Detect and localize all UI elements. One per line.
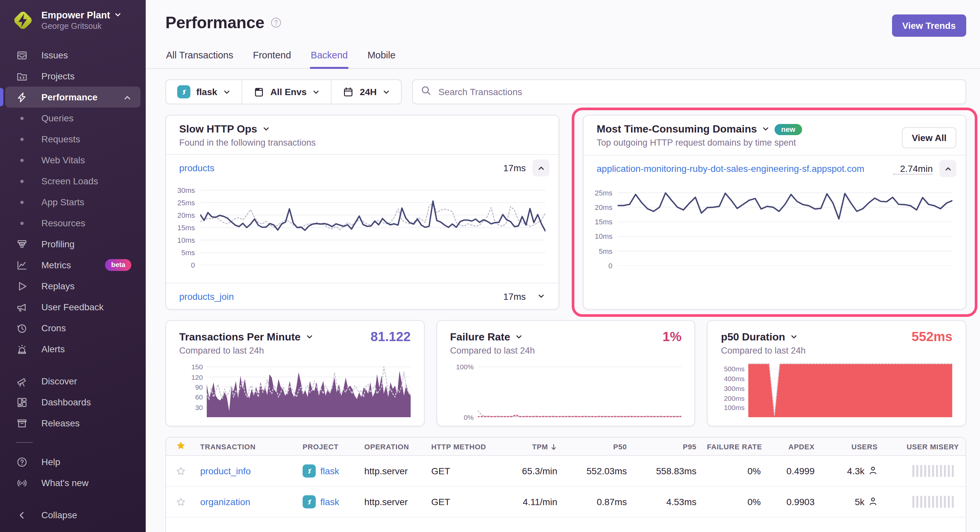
p50-title[interactable]: p50 Duration bbox=[721, 331, 798, 343]
sidebar-item-replays[interactable]: Replays bbox=[5, 276, 140, 297]
sidebar-item-crons[interactable]: Crons bbox=[5, 318, 140, 338]
transaction-link-products-join[interactable]: products_join bbox=[179, 291, 234, 302]
sidebar-item-help[interactable]: Help bbox=[5, 451, 140, 472]
sidebar-item-discover[interactable]: Discover bbox=[5, 371, 140, 392]
col-p50[interactable]: P50 bbox=[563, 443, 632, 450]
failure-rate-subtitle: Compared to last 24h bbox=[450, 346, 681, 356]
project-link[interactable]: flask bbox=[320, 466, 339, 476]
transaction-duration: 17ms bbox=[497, 163, 526, 173]
plot-area bbox=[618, 188, 953, 266]
project-filter[interactable]: flask bbox=[166, 80, 242, 104]
sidebar-item-resources[interactable]: Resources bbox=[5, 213, 140, 233]
view-trends-button[interactable]: View Trends bbox=[892, 14, 966, 37]
transaction-link[interactable]: product_info bbox=[200, 466, 251, 476]
failure-rate-title[interactable]: Failure Rate bbox=[450, 331, 522, 343]
apdex-cell: 0.4999 bbox=[766, 466, 820, 476]
p95-cell: 558.83ms bbox=[632, 466, 702, 476]
col-tpm[interactable]: TPM bbox=[487, 443, 563, 450]
domains-subtitle: Top outgoing HTTP request domains by tim… bbox=[597, 138, 902, 148]
help-icon[interactable] bbox=[270, 17, 281, 30]
window-icon bbox=[253, 86, 264, 97]
domain-link[interactable]: application-monitoring-ruby-dot-sales-en… bbox=[597, 164, 864, 174]
transaction-expand-row: products 17ms bbox=[166, 155, 558, 181]
chevron-up-icon bbox=[123, 93, 131, 101]
col-project[interactable]: PROJECT bbox=[298, 443, 359, 450]
p50-value: 552ms bbox=[912, 329, 953, 345]
search-icon bbox=[421, 85, 431, 98]
projects-icon bbox=[16, 70, 27, 82]
org-switcher[interactable]: Empower Plant George Gritsouk bbox=[0, 0, 146, 38]
environment-filter[interactable]: All Envs bbox=[242, 80, 331, 104]
sidebar-item-queries[interactable]: Queries bbox=[5, 108, 140, 129]
p95-cell: 4.53ms bbox=[632, 497, 702, 507]
sidebar-item-profiling[interactable]: Profiling bbox=[5, 233, 140, 254]
flask-project-icon bbox=[302, 464, 316, 478]
bullet-icon bbox=[16, 112, 27, 124]
http-method-cell: GET bbox=[426, 466, 487, 476]
col-failure-rate[interactable]: FAILURE RATE bbox=[702, 443, 766, 450]
col-http-method[interactable]: HTTP METHOD bbox=[426, 443, 487, 450]
transaction-link[interactable]: organization bbox=[200, 497, 250, 507]
favorite-star-icon[interactable] bbox=[176, 497, 185, 507]
tab-bar: All Transactions Frontend Backend Mobile bbox=[146, 47, 980, 69]
sidebar-item-issues[interactable]: Issues bbox=[5, 44, 140, 66]
slow-http-ops-title[interactable]: Slow HTTP Ops bbox=[179, 123, 549, 135]
sidebar-item-performance[interactable]: Performance bbox=[5, 87, 140, 108]
plot-area bbox=[749, 361, 953, 417]
col-transaction[interactable]: TRANSACTION bbox=[195, 443, 298, 450]
transaction-link-products[interactable]: products bbox=[179, 163, 214, 173]
table-row bbox=[166, 518, 966, 532]
chevron-down-icon bbox=[262, 123, 270, 135]
sidebar-item-collapse[interactable]: Collapse bbox=[5, 505, 140, 526]
tpm-cell: 65.3/min bbox=[487, 466, 563, 476]
sidebar-item-alerts[interactable]: Alerts bbox=[5, 338, 140, 359]
favorite-star-icon[interactable] bbox=[176, 466, 185, 476]
project-link[interactable]: flask bbox=[320, 497, 339, 507]
collapse-row-button[interactable] bbox=[939, 160, 956, 177]
col-operation[interactable]: OPERATION bbox=[359, 443, 426, 450]
sidebar-nav: IssuesProjectsPerformanceQueriesRequests… bbox=[0, 44, 146, 505]
sidebar-item-screen-loads[interactable]: Screen Loads bbox=[5, 171, 140, 192]
sidebar-item-web-vitals[interactable]: Web Vitals bbox=[5, 149, 140, 171]
col-user-misery[interactable]: USER MISERY bbox=[883, 443, 966, 450]
failure-rate-chart: 100%0% bbox=[450, 361, 681, 417]
project-filter-value: flask bbox=[196, 87, 217, 97]
tab-backend[interactable]: Backend bbox=[310, 47, 348, 68]
tab-mobile[interactable]: Mobile bbox=[367, 47, 396, 68]
search-transactions-input[interactable] bbox=[437, 86, 958, 98]
date-range-filter[interactable]: 24H bbox=[331, 80, 401, 104]
col-users[interactable]: USERS bbox=[820, 443, 883, 450]
col-apdex[interactable]: APDEX bbox=[766, 443, 820, 450]
sidebar-item-projects[interactable]: Projects bbox=[5, 66, 140, 87]
sort-arrow-down-icon bbox=[550, 443, 557, 450]
col-p95[interactable]: P95 bbox=[632, 443, 702, 450]
favorite-star-icon[interactable] bbox=[166, 441, 195, 452]
y-axis-labels: 500ms400ms300ms200ms100ms bbox=[721, 361, 749, 417]
sidebar-item-requests[interactable]: Requests bbox=[5, 129, 140, 149]
domains-title[interactable]: Most Time-Consuming Domains new bbox=[597, 123, 902, 135]
table-body: product_infoflaskhttp.serverGET65.3/min5… bbox=[166, 456, 966, 532]
sidebar-divider bbox=[16, 442, 33, 443]
chevron-down-icon bbox=[306, 331, 313, 343]
domains-chart: 25ms20ms15ms10ms5ms0 bbox=[589, 188, 953, 266]
sidebar-item-metrics[interactable]: Metricsbeta bbox=[5, 254, 140, 276]
sidebar-item-releases[interactable]: Releases bbox=[5, 413, 140, 434]
tab-frontend[interactable]: Frontend bbox=[252, 47, 292, 68]
tpm-title[interactable]: Transactions Per Minute bbox=[179, 331, 313, 343]
p50-cell: 552.03ms bbox=[563, 466, 632, 476]
tpm-chart: 150120906030 bbox=[179, 361, 410, 417]
bullet-icon bbox=[16, 154, 27, 166]
users-cell: 4.3k bbox=[820, 465, 883, 476]
sidebar-item-user-feedback[interactable]: User Feedback bbox=[5, 297, 140, 318]
sidebar-item-dashboards[interactable]: Dashboards bbox=[5, 392, 140, 413]
bullet-icon bbox=[16, 133, 27, 145]
view-all-button[interactable]: View All bbox=[902, 127, 956, 148]
tab-all-transactions[interactable]: All Transactions bbox=[165, 47, 234, 68]
collapse-label: Collapse bbox=[41, 510, 77, 520]
collapse-row-button[interactable] bbox=[532, 159, 549, 176]
environment-filter-value: All Envs bbox=[270, 87, 307, 97]
sidebar-item-app-starts[interactable]: App Starts bbox=[5, 192, 140, 213]
tpm-cell: 4.11/min bbox=[487, 497, 563, 507]
sidebar-item-what-s-new[interactable]: What's new bbox=[5, 472, 140, 493]
expand-row-button[interactable] bbox=[532, 287, 549, 305]
